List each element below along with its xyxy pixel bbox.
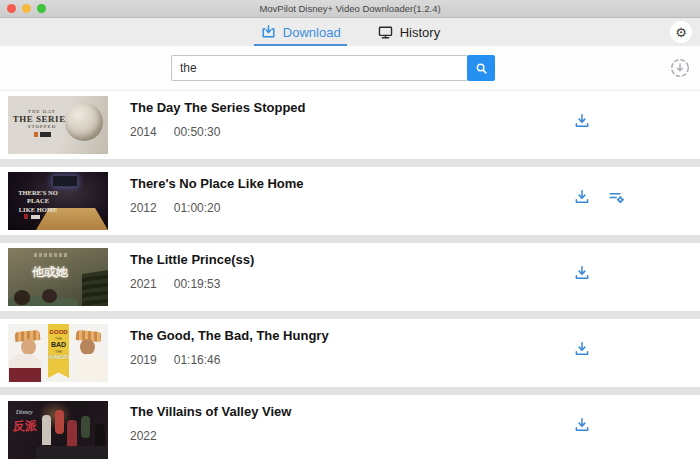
video-duration: 00:19:53: [174, 277, 221, 291]
video-info: There's No Place Like Home 2012 01:00:20: [130, 167, 304, 235]
batch-download-icon: [669, 57, 691, 79]
thumb-text: STOPPED: [11, 124, 73, 129]
video-row[interactable]: THERE'S NO PLACE LIKE HOME There's No Pl…: [0, 167, 700, 235]
thumb-text: HUNGRY: [47, 354, 71, 361]
row-actions: [573, 188, 627, 206]
video-info: The Day The Series Stopped 2014 00:50:30: [130, 91, 306, 159]
video-year: 2014: [130, 125, 157, 139]
row-actions: [573, 112, 591, 130]
thumb-text: GOOD: [49, 329, 67, 337]
couch-art: [36, 446, 108, 459]
history-monitor-icon: [377, 24, 394, 41]
thumb-text: BAD: [51, 341, 66, 350]
titlebar: MovPilot Disney+ Video Downloader(1.2.4): [0, 0, 700, 18]
person-art: [81, 416, 90, 438]
video-thumbnail: THERE'S NO PLACE LIKE HOME: [8, 172, 108, 230]
minimize-button[interactable]: [22, 4, 31, 13]
video-row[interactable]: Disney 反派 The Villains of Valley View 20…: [0, 395, 700, 465]
baseball-art: [65, 103, 103, 141]
download-icon[interactable]: [573, 112, 591, 130]
video-meta: 2012 01:00:20: [130, 201, 304, 215]
video-list: THE DAY THE SERIES STOPPED The Day The S…: [0, 90, 700, 465]
settings-gear-icon[interactable]: ⚙: [670, 21, 692, 43]
video-duration: 00:50:30: [174, 125, 221, 139]
app-window: MovPilot Disney+ Video Downloader(1.2.4)…: [0, 0, 700, 465]
close-button[interactable]: [7, 4, 16, 13]
video-row[interactable]: 他或她 The Little Prince(ss) 2021 00:19:53: [0, 243, 700, 311]
person-art: [42, 289, 57, 303]
video-thumbnail: GOOD THE BAD THE HUNGRY: [8, 324, 108, 382]
thumb-text: THE SERIES: [11, 114, 73, 124]
jumbotron-art: [52, 175, 78, 187]
video-info: The Villains of Valley View 2022: [130, 395, 291, 465]
tab-download-label: Download: [283, 25, 341, 40]
video-title: There's No Place Like Home: [130, 176, 304, 191]
video-title: The Villains of Valley View: [130, 404, 291, 419]
tab-history[interactable]: History: [374, 18, 443, 46]
video-info: The Good, The Bad, The Hungry 2019 01:16…: [130, 319, 329, 387]
row-actions: [573, 416, 591, 434]
download-tab-icon: [260, 24, 277, 41]
thumb-text: 反派: [13, 418, 37, 435]
video-year: 2022: [130, 429, 157, 443]
video-meta: 2014 00:50:30: [130, 125, 306, 139]
thumbnail-art: THE DAY THE SERIES STOPPED: [11, 109, 73, 137]
row-actions: [573, 340, 591, 358]
thumbnail-art: THERE'S NO PLACE LIKE HOME: [11, 189, 65, 214]
video-meta: 2022: [130, 429, 291, 443]
video-year: 2012: [130, 201, 157, 215]
tab-history-label: History: [400, 25, 440, 40]
search-button[interactable]: [467, 55, 495, 81]
window-title: MovPilot Disney+ Video Downloader(1.2.4): [0, 3, 700, 14]
batch-download-button[interactable]: [669, 57, 691, 79]
person-art: [9, 368, 41, 382]
thumb-text: 他或她: [8, 264, 92, 281]
person-art: [21, 339, 36, 355]
person-art: [42, 415, 51, 445]
traffic-lights: [7, 4, 46, 13]
video-meta: 2019 01:16:46: [130, 353, 329, 367]
thumb-logo-marks: [34, 253, 68, 257]
thumb-logo-marks: [31, 215, 40, 219]
video-row[interactable]: THE DAY THE SERIES STOPPED The Day The S…: [0, 91, 700, 159]
search-box: [171, 55, 495, 81]
video-info: The Little Prince(ss) 2021 00:19:53: [130, 243, 254, 311]
video-meta: 2021 00:19:53: [130, 277, 254, 291]
video-title: The Day The Series Stopped: [130, 100, 306, 115]
search-section: [0, 46, 700, 90]
thumb-logo-marks: [11, 132, 73, 137]
video-title: The Little Prince(ss): [130, 252, 254, 267]
search-icon: [474, 61, 489, 76]
video-thumbnail: 他或她: [8, 248, 108, 306]
tab-download[interactable]: Download: [257, 18, 344, 46]
video-duration: 01:00:20: [174, 201, 221, 215]
person-art: [14, 290, 30, 305]
video-thumbnail: THE DAY THE SERIES STOPPED: [8, 96, 108, 154]
banner-art: GOOD THE BAD THE HUNGRY: [48, 324, 69, 378]
zoom-button[interactable]: [37, 4, 46, 13]
video-year: 2019: [130, 353, 157, 367]
video-thumbnail: Disney 反派: [8, 401, 108, 459]
download-icon[interactable]: [573, 264, 591, 282]
person-art: [80, 339, 95, 355]
thumb-text: LIKE HOME: [11, 206, 65, 214]
thumb-text: THERE'S NO PLACE: [11, 189, 65, 206]
video-row[interactable]: GOOD THE BAD THE HUNGRY The Good, The Ba…: [0, 319, 700, 387]
queue-settings-icon[interactable]: [607, 188, 627, 206]
download-icon[interactable]: [573, 188, 591, 206]
person-art: [75, 354, 107, 382]
toolbar: Download History ⚙: [0, 18, 700, 46]
thumb-text: Disney: [16, 409, 33, 415]
video-year: 2021: [130, 277, 157, 291]
download-icon[interactable]: [573, 416, 591, 434]
person-art: [55, 410, 64, 434]
row-actions: [573, 264, 591, 282]
download-icon[interactable]: [573, 340, 591, 358]
video-duration: 01:16:46: [174, 353, 221, 367]
video-title: The Good, The Bad, The Hungry: [130, 328, 329, 343]
search-input[interactable]: [171, 55, 467, 81]
seat-art: [82, 270, 108, 306]
thumb-logo-marks: [24, 214, 28, 219]
